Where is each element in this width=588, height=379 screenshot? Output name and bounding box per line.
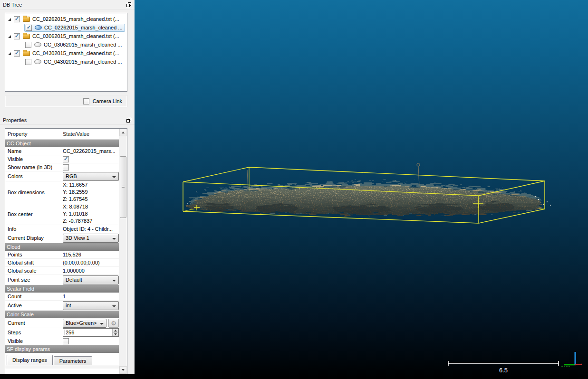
expand-arrow-icon[interactable] bbox=[8, 18, 11, 21]
tab-display-ranges[interactable]: Display ranges bbox=[7, 355, 53, 365]
properties-table: Property State/Value CC Object Name CC_0… bbox=[5, 128, 127, 374]
expand-arrow-icon[interactable] bbox=[8, 35, 11, 38]
section-scalar-field: Scalar Field bbox=[5, 285, 119, 293]
spin-down-button[interactable] bbox=[113, 333, 118, 337]
tree-item-label[interactable]: CC_04302015_marsh_cleaned.txt (... bbox=[32, 50, 119, 56]
chevron-down-icon bbox=[112, 280, 116, 282]
prop-label: Count bbox=[5, 294, 62, 299]
3d-viewport[interactable]: 6.5 bbox=[135, 0, 588, 379]
prop-label: Global scale bbox=[5, 268, 62, 274]
steps-spinbox[interactable]: 256 bbox=[63, 328, 119, 337]
cloudcompare-window: DB Tree CC_02262015_marsh_cleaned.txt (.… bbox=[0, 0, 588, 379]
folder-icon bbox=[23, 17, 30, 22]
box-center-y: Y: 1.01018 bbox=[63, 210, 88, 218]
prop-row-points: Points 115,526 bbox=[5, 251, 119, 259]
tree-item-folder-3[interactable]: CC_04302015_marsh_cleaned.txt (... bbox=[5, 49, 127, 57]
tab-parameters[interactable]: Parameters bbox=[54, 356, 92, 365]
tree-item-checkbox[interactable] bbox=[26, 25, 32, 31]
chevron-down-icon bbox=[100, 323, 104, 325]
prop-value: 1 bbox=[62, 294, 119, 299]
box-center-x: X: 8.08718 bbox=[63, 203, 88, 210]
section-cc-object: CC Object bbox=[5, 140, 119, 147]
float-panel-icon[interactable] bbox=[126, 2, 132, 7]
color-scale-value: Blue>Green> bbox=[66, 320, 96, 326]
tree-item-label[interactable]: CC_03062015_marsh_cleaned ... bbox=[44, 42, 122, 47]
prop-row-current-display: Current Display 3D View 1 bbox=[5, 233, 119, 243]
section-sf-display-params: SF display params bbox=[5, 345, 119, 353]
prop-value: 115,526 bbox=[62, 252, 119, 257]
properties-title: Properties bbox=[3, 117, 126, 123]
chevron-down-icon bbox=[112, 176, 116, 178]
prop-row-active: Active int bbox=[5, 301, 119, 311]
prop-value: Object ID: 4 - Childr... bbox=[62, 226, 119, 232]
prop-label: Box center bbox=[5, 211, 62, 217]
box-dim-x: X: 11.6657 bbox=[63, 181, 87, 189]
selected-row-highlight[interactable]: CC_02262015_marsh_cleaned ... bbox=[24, 24, 125, 32]
prop-label: Current bbox=[5, 320, 62, 326]
spin-down-icon bbox=[114, 333, 117, 335]
colors-dropdown[interactable]: RGB bbox=[63, 172, 119, 181]
tree-item-cloud-2[interactable]: CC_03062015_marsh_cleaned ... bbox=[5, 40, 127, 49]
tree-item-label[interactable]: CC_02262015_marsh_cleaned ... bbox=[44, 25, 123, 30]
prop-row-visible: Visible bbox=[5, 155, 119, 163]
box-center-z: Z: -0.787837 bbox=[63, 218, 92, 225]
tab-content-clipped bbox=[5, 365, 119, 369]
camera-link-group: Camera Link bbox=[5, 95, 127, 107]
current-display-dropdown[interactable]: 3D View 1 bbox=[63, 234, 119, 243]
show-name-checkbox[interactable] bbox=[63, 164, 69, 171]
visible-checkbox[interactable] bbox=[63, 156, 69, 162]
prop-value: 1.000000 bbox=[62, 268, 119, 274]
box-dim-y: Y: 18.2559 bbox=[63, 189, 88, 196]
tree-item-label[interactable]: CC_04302015_marsh_cleaned ... bbox=[44, 59, 122, 65]
sf-display-tabs: Display ranges Parameters bbox=[5, 353, 119, 365]
prop-label: Show name (in 3D) bbox=[5, 164, 62, 170]
prop-label: Active bbox=[5, 303, 62, 308]
spin-up-icon bbox=[114, 330, 117, 332]
tree-item-cloud-1[interactable]: CC_02262015_marsh_cleaned ... bbox=[5, 23, 127, 32]
tree-item-checkbox[interactable] bbox=[14, 50, 20, 57]
folder-icon bbox=[23, 51, 30, 56]
tree-item-label[interactable]: CC_03062015_marsh_cleaned.txt (... bbox=[32, 33, 119, 39]
scroll-down-button[interactable] bbox=[119, 366, 127, 374]
left-dock-area: DB Tree CC_02262015_marsh_cleaned.txt (.… bbox=[0, 0, 135, 374]
properties-scrollbar[interactable] bbox=[119, 129, 127, 374]
tree-item-checkbox[interactable] bbox=[25, 59, 31, 65]
point-size-dropdown[interactable]: Default bbox=[63, 275, 119, 284]
color-scale-settings-button[interactable]: ⚙ bbox=[108, 319, 119, 328]
scroll-up-button[interactable] bbox=[119, 129, 127, 136]
color-scale-dropdown[interactable]: Blue>Green> bbox=[63, 319, 106, 328]
box-dim-z: Z: 1.67545 bbox=[63, 196, 88, 203]
scale-visible-checkbox[interactable] bbox=[63, 338, 69, 344]
prop-label: Current Display bbox=[5, 235, 62, 241]
tree-item-cloud-3[interactable]: CC_04302015_marsh_cleaned ... bbox=[5, 57, 127, 66]
chevron-down-icon bbox=[112, 238, 116, 240]
tree-item-checkbox[interactable] bbox=[14, 16, 20, 22]
prop-label: Global shift bbox=[5, 260, 62, 265]
expand-arrow-icon[interactable] bbox=[8, 52, 11, 55]
section-cloud: Cloud bbox=[5, 243, 119, 251]
prop-row-box-center: Box center X: 8.08718 Y: 1.01018 Z: -0.7… bbox=[5, 203, 119, 225]
prop-row-global-scale: Global scale 1.000000 bbox=[5, 267, 119, 275]
section-color-scale: Color Scale bbox=[5, 311, 119, 318]
tree-item-folder-2[interactable]: CC_03062015_marsh_cleaned.txt (... bbox=[5, 32, 127, 40]
point-cloud-icon bbox=[34, 59, 41, 64]
camera-link-checkbox[interactable] bbox=[83, 98, 89, 104]
tree-item-checkbox[interactable] bbox=[14, 33, 20, 39]
prop-row-info: Info Object ID: 4 - Childr... bbox=[5, 225, 119, 233]
prop-label: Steps bbox=[5, 330, 62, 335]
prop-value: (0.00;0.00;0.00) bbox=[62, 260, 119, 265]
tree-item-checkbox[interactable] bbox=[25, 42, 31, 48]
float-panel-icon[interactable] bbox=[126, 117, 132, 123]
text-caret bbox=[65, 330, 65, 335]
active-scalar-value: int bbox=[66, 303, 71, 308]
tree-item-folder-1[interactable]: CC_02262015_marsh_cleaned.txt (... bbox=[5, 15, 127, 23]
scale-bar bbox=[448, 361, 559, 366]
spin-up-button[interactable] bbox=[113, 329, 118, 333]
prop-row-global-shift: Global shift (0.00;0.00;0.00) bbox=[5, 259, 119, 267]
scale-bar-label: 6.5 bbox=[494, 367, 513, 374]
tree-item-label[interactable]: CC_02262015_marsh_cleaned.txt (... bbox=[32, 16, 119, 22]
prop-label: Point size bbox=[5, 277, 62, 283]
active-scalar-dropdown[interactable]: int bbox=[63, 301, 119, 310]
current-display-value: 3D View 1 bbox=[66, 235, 89, 241]
scrollbar-thumb[interactable] bbox=[120, 156, 126, 218]
